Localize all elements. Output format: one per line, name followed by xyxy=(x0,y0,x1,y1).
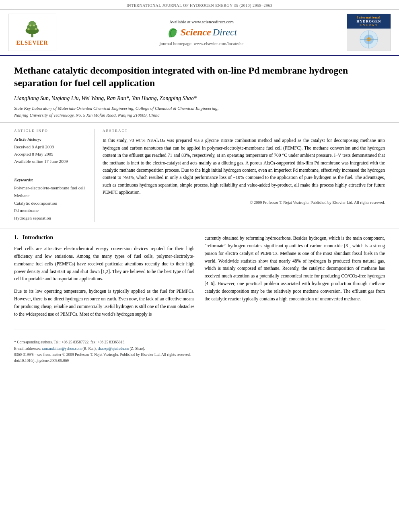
abstract-label: ABSTRACT xyxy=(103,129,385,133)
affiliation-line2: Nanjing University of Technology, No. 5 … xyxy=(14,113,160,117)
available-online-date: Available online 17 June 2009 xyxy=(14,158,88,165)
keyword-1: Polymer-electrolyte-membrane fuel cell xyxy=(14,184,88,192)
history-label: Article history: xyxy=(14,137,88,142)
section-title-text: Introduction xyxy=(23,234,53,240)
copyright-line: © 2009 Professor T. Nejat Veziroglu. Pub… xyxy=(103,200,385,205)
affiliation: State Key Laboratory of Materials-Orient… xyxy=(14,105,385,118)
article-info-column: ARTICLE INFO Article history: Received 8… xyxy=(14,129,95,222)
email-link-2[interactable]: shaozp@njut.edu.cn xyxy=(98,347,129,351)
email-link-1[interactable]: ranrandalian@yahoo.com xyxy=(42,347,82,351)
footnote-divider xyxy=(14,336,385,336)
received-date: Received 8 April 2009 xyxy=(14,144,88,151)
elsevier-text: ELSEVIER xyxy=(16,40,48,46)
available-at-text: Available at www.sciencedirect.com xyxy=(169,19,234,24)
keyword-5: Hydrogen separation xyxy=(14,214,88,222)
doi-footnote: doi:10.1016/j.ijhydene.2009.05.069 xyxy=(14,358,385,364)
footnote-section: * Corresponding authors. Tel.: +86 25 83… xyxy=(14,329,385,364)
elsevier-logo: ELSEVIER xyxy=(8,14,56,51)
abstract-text: In this study, 70 wt.% Ni/Al₂O₃ was prep… xyxy=(103,137,385,196)
main-content: 1. Introduction Fuel cells are attractiv… xyxy=(0,228,399,329)
two-column-layout: 1. Introduction Fuel cells are attractiv… xyxy=(14,234,385,323)
content-columns: ARTICLE INFO Article history: Received 8… xyxy=(0,123,399,228)
keywords-section: Keywords: Polymer-electrolyte-membrane f… xyxy=(14,177,88,222)
sciencedirect-logo: ScienceDirect xyxy=(166,26,237,39)
affiliation-line1: State Key Laboratory of Materials-Orient… xyxy=(14,106,218,111)
intro-paragraph-1: Fuel cells are attractive electrochemica… xyxy=(14,245,195,283)
email-footnote: E-mail addresses: ranrandalian@yahoo.com… xyxy=(14,346,385,352)
keyword-4: Pd membrane xyxy=(14,207,88,214)
corresponding-authors-text: * Corresponding authors. Tel.: +86 25 83… xyxy=(14,340,125,344)
svg-point-6 xyxy=(29,25,31,27)
svg-point-7 xyxy=(33,25,35,27)
sciencedirect-leaf-icon xyxy=(166,26,179,39)
introduction-title: 1. Introduction xyxy=(14,234,195,241)
energy-label: ENERGY xyxy=(348,23,390,27)
left-text-column: 1. Introduction Fuel cells are attractiv… xyxy=(14,234,195,323)
page: INTERNATIONAL JOURNAL OF HYDROGEN ENERGY… xyxy=(0,0,399,532)
article-history-section: Article history: Received 8 April 2009 A… xyxy=(14,137,88,171)
top-header: ELSEVIER Available at www.sciencedirect.… xyxy=(0,10,399,56)
title-section: Methane catalytic decomposition integrat… xyxy=(0,56,399,123)
intro-paragraph-3: currently obtained by reforming hydrocar… xyxy=(205,234,385,303)
section-number: 1. xyxy=(14,234,19,240)
journal-title: INTERNATIONAL JOURNAL OF HYDROGEN ENERGY… xyxy=(126,3,272,8)
issn-footnote: 0360-3199/$ – see front matter © 2009 Pr… xyxy=(14,352,385,358)
center-header: Available at www.sciencedirect.com Scien… xyxy=(56,14,347,51)
abstract-column: ABSTRACT In this study, 70 wt.% Ni/Al₂O₃… xyxy=(103,129,385,222)
keyword-3: Catalytic decomposition xyxy=(14,199,88,207)
article-info-label: ARTICLE INFO xyxy=(14,129,88,133)
authors: Liangliang Sun, Yuqiang Liu, Wei Wang, R… xyxy=(14,95,385,102)
keyword-2: Methane xyxy=(14,192,88,199)
article-title: Methane catalytic decomposition integrat… xyxy=(14,64,385,89)
right-text-column: currently obtained by reforming hydrocar… xyxy=(205,234,385,323)
elsevier-tree-icon xyxy=(20,19,44,39)
journal-header: INTERNATIONAL JOURNAL OF HYDROGEN ENERGY… xyxy=(0,0,399,10)
svg-point-5 xyxy=(35,28,37,30)
energy-visual-icon xyxy=(355,29,383,51)
svg-point-4 xyxy=(27,28,29,30)
journal-homepage-text: journal homepage: www.elsevier.com/locat… xyxy=(160,41,244,46)
hydrogen-label: HYDROGEN xyxy=(348,19,390,23)
accepted-date: Accepted 8 May 2009 xyxy=(14,151,88,158)
intro-paragraph-2: Due to its low operating temperature, hy… xyxy=(14,288,195,318)
hydrogen-energy-logo: International HYDROGEN ENERGY xyxy=(347,14,391,51)
corresponding-authors-note: * Corresponding authors. Tel.: +86 25 83… xyxy=(14,339,385,345)
keywords-label: Keywords: xyxy=(14,177,88,182)
